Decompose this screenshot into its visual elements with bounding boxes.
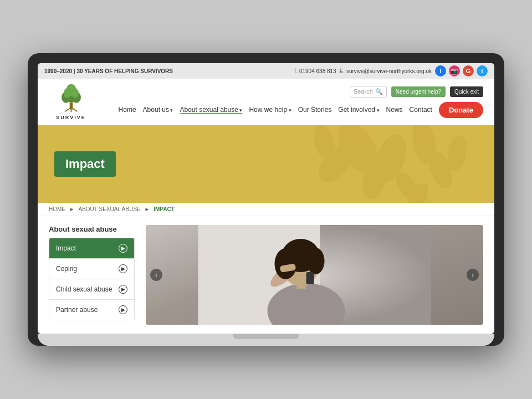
nav-about-sexual-abuse[interactable]: About sexual abuse [180, 106, 243, 114]
donate-button[interactable]: Donate [439, 102, 483, 118]
sidebar-item-child-sexual-abuse[interactable]: Child sexual abuse ▶ [49, 279, 134, 300]
slider-next-button[interactable]: › [467, 269, 479, 281]
slider-image-svg [146, 225, 483, 325]
nav-how-we-help[interactable]: How we help [249, 106, 291, 114]
phone-number: T. 01904 638 813 [293, 68, 336, 74]
nav-our-stories[interactable]: Our Stories [298, 106, 332, 114]
sidebar-item-child-label: Child sexual abuse [56, 285, 112, 293]
sidebar-title: About sexual abuse [49, 225, 135, 233]
instagram-icon[interactable]: 📷 [449, 65, 460, 76]
top-bar-right: T. 01904 638 813 E. survive@survive-nort… [293, 65, 488, 76]
breadcrumb-current: IMPACT [154, 206, 175, 212]
content-area: About sexual abuse Impact ▶ Coping ▶ Chi… [38, 216, 494, 334]
twitter-icon[interactable]: t [477, 65, 488, 76]
page-title-badge: Impact [54, 151, 116, 177]
search-placeholder-text: Search [354, 88, 373, 95]
laptop-base [38, 334, 494, 346]
slider-prev-button[interactable]: ‹ [150, 269, 162, 281]
svg-line-2 [73, 109, 77, 112]
svg-line-1 [65, 109, 69, 112]
search-box[interactable]: Search 🔍 [350, 86, 387, 98]
breadcrumb: HOME ► ABOUT SEXUAL ABUSE ► IMPACT [38, 203, 494, 216]
sidebar: About sexual abuse Impact ▶ Coping ▶ Chi… [49, 225, 135, 325]
chevron-right-icon: ▶ [119, 285, 127, 294]
svg-rect-0 [69, 103, 73, 110]
social-icons-group: f 📷 G t [435, 65, 488, 76]
breadcrumb-sep-1: ► [69, 206, 76, 212]
laptop-base-notch [233, 334, 299, 339]
main-navigation: Home About us About sexual abuse How we … [119, 102, 483, 118]
chevron-right-icon: ▶ [119, 305, 127, 314]
sidebar-item-impact[interactable]: Impact ▶ [49, 238, 134, 259]
sidebar-item-impact-label: Impact [56, 244, 76, 252]
google-plus-icon[interactable]: G [463, 65, 474, 76]
slider-image [146, 225, 483, 325]
logo[interactable]: SURVIVE [49, 83, 93, 120]
nav-home[interactable]: Home [119, 106, 136, 114]
hero-section: Impact [38, 125, 494, 203]
laptop-frame: 1990–2020 | 30 YEARS OF HELPING SURVIVOR… [28, 53, 504, 346]
nav-get-involved[interactable]: Get involved [338, 106, 379, 114]
header-right: Search 🔍 Need urgent help? Quick exit Ho… [93, 86, 483, 118]
svg-point-26 [275, 248, 297, 279]
image-slider: ‹ › [146, 225, 483, 325]
header-utilities: Search 🔍 Need urgent help? Quick exit [350, 86, 483, 98]
breadcrumb-home[interactable]: HOME [49, 206, 65, 212]
email-address[interactable]: E. survive@survive-northyorks.org.uk [340, 68, 432, 74]
svg-point-8 [63, 89, 70, 98]
sidebar-item-coping[interactable]: Coping ▶ [49, 259, 134, 279]
breadcrumb-sep-2: ► [145, 206, 152, 212]
hero-background-leaves [221, 125, 494, 203]
svg-point-9 [71, 89, 79, 98]
logo-tree-icon [56, 83, 86, 114]
facebook-icon[interactable]: f [435, 65, 446, 76]
breadcrumb-about-sexual-abuse[interactable]: ABOUT SEXUAL ABUSE [78, 206, 140, 212]
laptop-screen: 1990–2020 | 30 YEARS OF HELPING SURVIVOR… [38, 63, 494, 334]
sidebar-menu: Impact ▶ Coping ▶ Child sexual abuse ▶ P… [49, 238, 135, 320]
sidebar-item-coping-label: Coping [56, 265, 77, 273]
nav-news[interactable]: News [386, 106, 403, 114]
chevron-right-icon: ▶ [119, 244, 127, 253]
urgent-help-button[interactable]: Need urgent help? [391, 86, 446, 97]
site-header: SURVIVE Search 🔍 Need urgent help? Quick… [38, 79, 494, 125]
svg-point-27 [307, 248, 325, 274]
logo-text: SURVIVE [56, 115, 85, 120]
svg-rect-29 [297, 280, 306, 289]
sidebar-item-partner-label: Partner abuse [56, 306, 98, 314]
top-bar-tagline: 1990–2020 | 30 YEARS OF HELPING SURVIVOR… [44, 68, 173, 74]
quick-exit-button[interactable]: Quick exit [450, 86, 483, 97]
top-bar: 1990–2020 | 30 YEARS OF HELPING SURVIVOR… [38, 63, 494, 79]
sidebar-item-partner-abuse[interactable]: Partner abuse ▶ [49, 300, 134, 320]
svg-rect-28 [306, 272, 314, 284]
nav-about-us[interactable]: About us [143, 106, 173, 114]
search-icon: 🔍 [375, 88, 383, 95]
chevron-right-icon: ▶ [119, 264, 127, 273]
nav-contact[interactable]: Contact [410, 106, 432, 114]
